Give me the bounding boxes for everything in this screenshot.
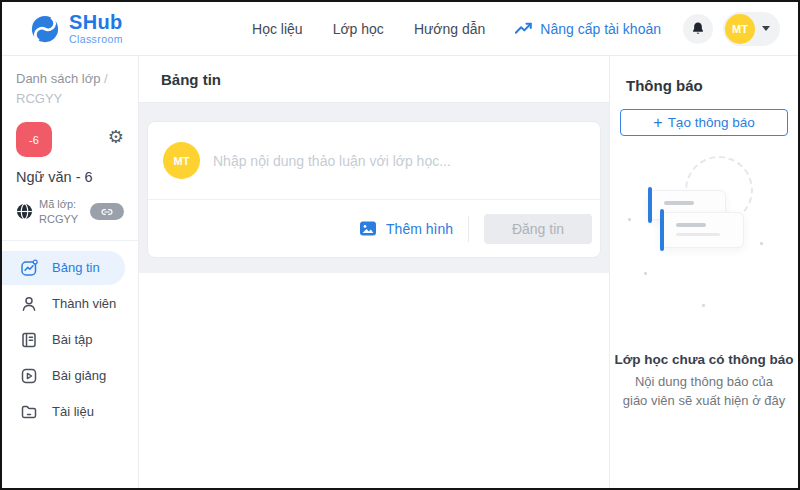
content-gap [139, 103, 609, 121]
breadcrumb-class-list[interactable]: Danh sách lớp [16, 71, 100, 86]
plus-icon: + [653, 114, 662, 132]
globe-icon [16, 203, 33, 220]
documents-folder-icon [20, 403, 38, 421]
add-image-button[interactable]: Thêm hình [359, 220, 453, 237]
vertical-divider [468, 216, 469, 242]
announcements-panel: Thông báo + Tạo thông báo Lớp học chưa c… [609, 56, 798, 488]
sidebar-item-tai-lieu[interactable]: Tài liệu [2, 395, 125, 429]
class-code-row: Mã lớp: RCGYY [16, 197, 124, 227]
notifications-bell-button[interactable] [683, 14, 713, 44]
upgrade-label: Nâng cấp tài khoản [540, 21, 661, 37]
post-composer-card: MT Nhập nội dung thảo luận với lớp học..… [147, 121, 601, 258]
post-submit-button[interactable]: Đăng tin [484, 214, 592, 244]
upgrade-account-link[interactable]: Nâng cấp tài khoản [515, 21, 661, 37]
create-announcement-label: Tạo thông báo [668, 115, 755, 130]
sidebar-item-label: Bài tập [52, 332, 92, 347]
class-code-label: Mã lớp: [39, 197, 78, 212]
breadcrumb-separator: / [100, 71, 107, 86]
composer-actions: Thêm hình Đăng tin [148, 199, 600, 257]
trending-up-icon [515, 22, 532, 35]
empty-state-illustration [610, 164, 798, 324]
user-avatar: MT [725, 14, 755, 44]
content-gap [139, 258, 609, 273]
sidebar-menu: Bảng tin Thành viên [2, 251, 138, 429]
image-icon [359, 220, 377, 237]
lectures-play-icon [20, 367, 38, 385]
sidebar-item-label: Bài giảng [52, 368, 106, 383]
sidebar-item-bai-giang[interactable]: Bài giảng [2, 359, 125, 393]
link-icon [101, 208, 113, 216]
account-menu[interactable]: MT [723, 12, 780, 46]
class-sidebar: Danh sách lớp / RCGYY -6 ⚙ Ngữ văn - 6 M… [2, 56, 139, 488]
post-input[interactable]: Nhập nội dung thảo luận với lớp học... [213, 153, 585, 169]
sidebar-divider [2, 240, 138, 241]
shub-logo-icon [30, 14, 60, 44]
brand-logo[interactable]: SHub Classroom [30, 12, 123, 45]
add-image-label: Thêm hình [386, 221, 453, 237]
nav-hoc-lieu[interactable]: Học liệu [252, 21, 303, 37]
sidebar-item-label: Thành viên [52, 296, 116, 311]
copy-class-link-button[interactable] [90, 203, 124, 220]
feed-column: Bảng tin MT Nhập nội dung thảo luận với … [139, 56, 609, 488]
empty-state-description: Nội dung thông báo của giáo viên sẽ xuất… [622, 373, 786, 411]
brand-name: SHub [69, 12, 123, 32]
top-navbar: SHub Classroom Học liệu Lớp học Hướng dẫ… [2, 2, 798, 56]
sidebar-item-thanh-vien[interactable]: Thành viên [2, 287, 125, 321]
empty-feed-area [139, 273, 609, 488]
class-avatar-badge: -6 [16, 122, 52, 157]
sidebar-item-label: Tài liệu [52, 404, 94, 419]
empty-state-title: Lớp học chưa có thông báo [610, 352, 798, 367]
class-code-value: RCGYY [39, 212, 78, 227]
header-nav: Học liệu Lớp học Hướng dẫn Nâng cấp tài … [252, 21, 661, 37]
sidebar-item-label: Bảng tin [52, 260, 100, 275]
nav-lop-hoc[interactable]: Lớp học [333, 21, 384, 37]
chevron-down-icon [762, 26, 770, 31]
nav-huong-dan[interactable]: Hướng dẫn [414, 21, 485, 37]
composer-avatar: MT [163, 142, 200, 179]
breadcrumb-class-code: RCGYY [16, 91, 62, 106]
create-announcement-button[interactable]: + Tạo thông báo [620, 109, 788, 136]
bell-icon [691, 21, 705, 36]
assignments-icon [20, 331, 38, 349]
brand-subtitle: Classroom [69, 34, 123, 45]
shub-classroom-window: SHub Classroom Học liệu Lớp học Hướng dẫ… [0, 0, 800, 490]
announcements-title: Thông báo [626, 77, 798, 94]
newsfeed-icon [20, 259, 38, 277]
class-name: Ngữ văn - 6 [2, 157, 138, 185]
sidebar-item-bang-tin[interactable]: Bảng tin [2, 251, 125, 285]
breadcrumb: Danh sách lớp / RCGYY [2, 69, 138, 108]
page-title: Bảng tin [139, 56, 609, 103]
announcement-card-graphic [660, 212, 744, 248]
members-icon [20, 295, 38, 313]
sidebar-item-bai-tap[interactable]: Bài tập [2, 323, 125, 357]
class-settings-gear-icon[interactable]: ⚙ [108, 128, 124, 146]
